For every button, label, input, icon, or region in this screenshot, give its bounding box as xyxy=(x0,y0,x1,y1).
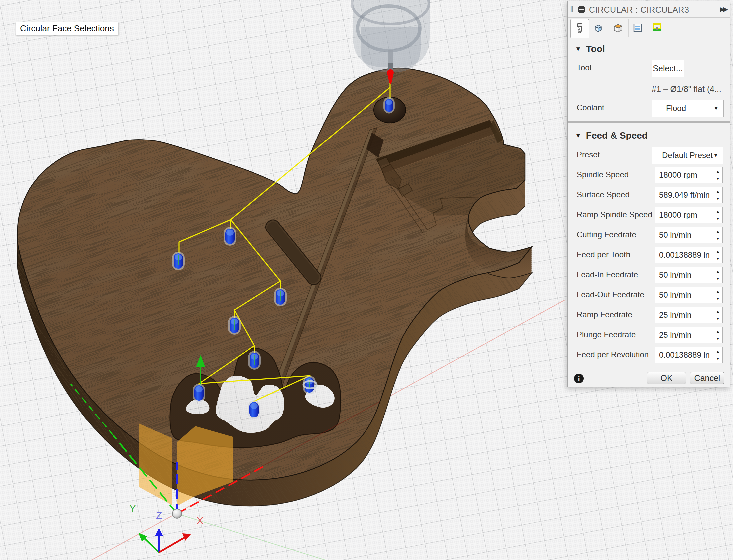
svg-text:X: X xyxy=(196,515,203,526)
svg-text:Z: Z xyxy=(156,510,162,521)
svg-text:Y: Y xyxy=(129,503,136,514)
